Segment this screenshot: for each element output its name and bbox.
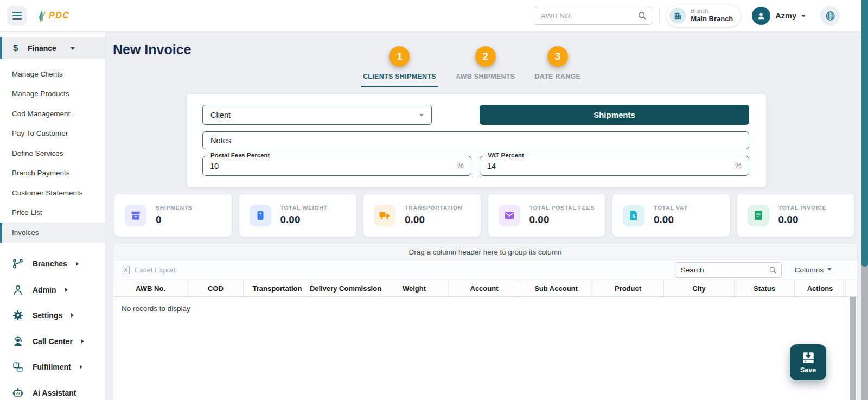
admin-icon (12, 284, 24, 296)
user-menu[interactable]: Azmy (752, 7, 806, 25)
dollar-icon: $ (13, 43, 28, 54)
column-header[interactable]: AWB No. (113, 280, 188, 296)
active-step-underline (361, 86, 438, 87)
sidebar-item[interactable]: Define Services (0, 143, 105, 163)
step-label: DATE RANGE (534, 73, 580, 80)
step[interactable]: 1 CLIENTS SHIPMENTS (363, 46, 436, 87)
table-scrollbar[interactable] (850, 297, 856, 400)
sidebar-section-item[interactable]: Admin (0, 277, 105, 303)
sidebar-item[interactable]: Manage Products (0, 84, 105, 104)
column-header[interactable]: Sub Account (520, 280, 592, 296)
step-label: CLIENTS SHIPMENTS (363, 73, 436, 80)
vat-percent-input[interactable] (487, 159, 675, 173)
chevron-right-icon (76, 262, 81, 266)
grid-header-row: AWB No. COD Transportation Delivery Comm… (113, 280, 857, 297)
grid-search-input[interactable] (675, 262, 782, 278)
topbar-right: Branch Main Branch Azmy (534, 5, 861, 27)
sidebar-item[interactable]: Customer Statements (0, 183, 105, 203)
sidebar-section-item[interactable]: Settings (0, 303, 105, 329)
page-scrollbar-thumb[interactable] (861, 0, 868, 267)
step-number-badge: 3 (547, 46, 568, 67)
chevron-down-icon (827, 268, 832, 273)
shipments-button[interactable]: Shipments (480, 105, 749, 125)
grid-body: No records to display (113, 297, 857, 400)
sidebar-item-label: Cod Management (12, 110, 70, 118)
column-header[interactable]: COD (188, 280, 244, 296)
stat-card: TOTAL WEIGHT 0.00 (239, 194, 356, 237)
svg-text:$: $ (633, 213, 635, 219)
topbar: PDC Branch Main Branch Azmy (0, 0, 861, 32)
sidebar-item[interactable]: Cod Management (0, 104, 105, 124)
branch-selector[interactable]: Branch Main Branch (667, 5, 741, 27)
sidebar-section-label: Ai Assistant (33, 389, 76, 397)
sidebar-section-label: Fulfillment (33, 363, 71, 371)
column-header[interactable]: Status (735, 280, 795, 296)
awb-search-input[interactable] (534, 7, 652, 25)
stat-card: TOTAL INVOICE 0.00 (737, 194, 854, 237)
vat-percent-field: VAT Percent % (480, 156, 749, 176)
column-header[interactable]: Product (592, 280, 664, 296)
sidebar-section-item[interactable]: AI Ai Assistant (0, 380, 105, 400)
sidebar-item[interactable]: Manage Clients (0, 64, 105, 84)
svg-text:AI: AI (16, 391, 20, 395)
column-header[interactable]: City (664, 280, 735, 296)
postal-fees-input[interactable] (210, 159, 398, 173)
save-button[interactable]: Save (790, 344, 826, 380)
search-icon (768, 265, 777, 275)
step[interactable]: 2 AWB SHIPMENTS (456, 46, 515, 87)
page-scrollbar[interactable] (861, 0, 868, 400)
stat-card: TRANSPORTATION 0.00 (363, 194, 481, 237)
menu-toggle-button[interactable] (7, 6, 27, 26)
stat-value: 0.00 (529, 214, 595, 226)
notes-input[interactable]: Notes (202, 131, 749, 149)
sidebar-item-label: Pay To Customer (12, 129, 68, 137)
archive-box-icon (125, 205, 146, 226)
percent-suffix: % (457, 161, 464, 170)
chevron-right-icon (71, 313, 76, 318)
fulfillment-icon (12, 361, 24, 373)
sidebar-item[interactable]: Pay To Customer (0, 124, 105, 144)
sidebar-item-finance[interactable]: $ Finance (0, 37, 105, 59)
sidebar: $ Finance Manage Clients Manage Products… (0, 32, 106, 400)
column-header[interactable]: Actions (795, 280, 846, 296)
columns-button[interactable]: Columns (795, 266, 832, 274)
sidebar-item[interactable]: Price List (0, 203, 105, 223)
sidebar-section-item[interactable]: Call Center (0, 328, 105, 354)
stats-row: SHIPMENTS 0 TOTAL WEIGHT 0.00 TRANSPORTA… (114, 194, 854, 237)
column-header[interactable]: Delivery Commission (311, 280, 380, 296)
stat-card: SHIPMENTS 0 (114, 194, 232, 237)
postal-fees-label: Postal Fees Percent (208, 152, 272, 158)
excel-export-button[interactable]: X Excel Export (122, 266, 176, 274)
chevron-down-icon (71, 47, 75, 52)
settings-icon (12, 309, 24, 321)
column-header[interactable]: Account (449, 280, 520, 296)
sidebar-item-label: Define Services (12, 149, 63, 157)
finance-submenu: Manage Clients Manage Products Cod Manag… (0, 64, 105, 243)
group-drop-zone[interactable]: Drag a column header here to group its c… (113, 244, 857, 260)
client-select[interactable]: Client (202, 105, 432, 125)
language-button[interactable] (820, 6, 840, 26)
group-hint: Drag a column header here to group its c… (409, 248, 561, 256)
invoice-form-card: Client Shipments Notes Postal Fees Perce… (187, 94, 766, 187)
sidebar-item[interactable]: Branch Payments (0, 163, 105, 183)
call-center-icon (12, 335, 24, 347)
stat-label: TOTAL INVOICE (778, 205, 827, 211)
sidebar-section-label: Call Center (33, 337, 73, 346)
step-number-badge: 1 (389, 46, 410, 67)
chevron-down-icon (419, 114, 424, 119)
vat-file-icon: $ (623, 205, 644, 226)
sidebar-item[interactable]: Invoices (0, 223, 105, 243)
sidebar-section-label: Settings (33, 311, 62, 320)
stat-card: TOTAL POSTAL FEES 0.00 (488, 194, 605, 237)
sidebar-section-item[interactable]: Fulfillment (0, 354, 105, 380)
sidebar-section-item[interactable]: Branches (0, 251, 105, 277)
step[interactable]: 3 DATE RANGE (534, 46, 580, 87)
search-icon[interactable] (637, 10, 647, 21)
column-header[interactable]: Weight (380, 280, 449, 296)
page-title: New Invoice (113, 42, 192, 58)
column-header[interactable]: Transportation (244, 280, 311, 296)
ai-assistant-icon: AI (12, 387, 24, 399)
columns-label: Columns (795, 266, 824, 274)
envelope-icon (499, 205, 520, 226)
weight-icon (250, 205, 271, 226)
